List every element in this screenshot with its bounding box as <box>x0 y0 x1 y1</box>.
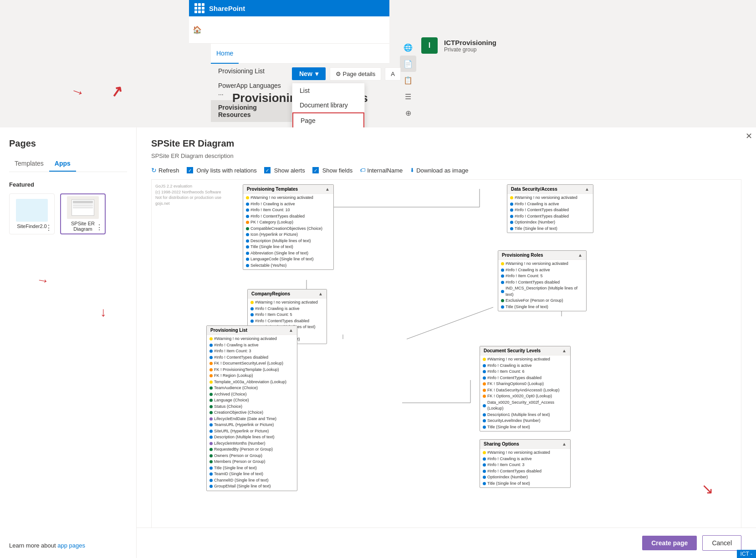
arrow1: → <box>68 82 87 101</box>
app-pages-link[interactable]: app pages <box>57 542 85 549</box>
dropdown-list[interactable]: List <box>292 83 364 98</box>
site-type: Private group <box>444 46 496 53</box>
site-header: 🏠 🌐 📄 📋 ☰ ⊕ I ICTProvisioning Private gr… <box>189 16 389 44</box>
modal-panel: ✕ Pages Templates Apps → Featured ↓ Site… <box>0 127 756 558</box>
er-box-data-security: Data Security/Access ▲ #Warning ! no ver… <box>507 184 593 233</box>
new-button[interactable]: New ▾ <box>292 67 326 80</box>
diagram-area[interactable]: GoJS 2.2 evaluation(c) 1998-2022 Northwo… <box>151 179 741 534</box>
show-fields-button[interactable]: Show fields <box>312 167 352 174</box>
show-alerts-checkbox[interactable] <box>264 167 271 173</box>
refresh-button[interactable]: ↻ Refresh <box>151 167 179 174</box>
modal-card-spsite[interactable]: SPSite ER Diagram ⋮ <box>60 193 106 234</box>
card-spsite-more[interactable]: ⋮ <box>96 223 103 232</box>
create-page-button[interactable]: Create page <box>642 536 697 550</box>
modal-learn: Learn more about app pages <box>9 542 85 549</box>
svg-line-10 <box>407 307 493 339</box>
sidebar-globe-icon[interactable]: 🌐 <box>400 39 416 56</box>
leftnav-provisioning-list[interactable]: Provisioning List <box>211 64 293 78</box>
sidebar-add-icon[interactable]: ⊕ <box>400 105 416 121</box>
auto-button[interactable]: A <box>385 67 401 81</box>
diagram-watermark: GoJS 2.2 evaluation(c) 1998-2022 Northwo… <box>155 183 221 206</box>
only-lists-checkbox[interactable] <box>187 167 193 173</box>
pt-header: Provisioning Templates <box>247 187 298 192</box>
dropdown-page[interactable]: Page <box>292 112 364 129</box>
pl-body: #Warning ! no versioning activated #Info… <box>207 335 297 491</box>
pr-body: #Warning ! no versioning activated #Info… <box>498 260 586 311</box>
nav-home[interactable]: Home <box>211 44 239 64</box>
er-box-provisioning-roles: Provisioning Roles ▲ #Warning ! no versi… <box>498 250 587 311</box>
arrow-create: ↘ <box>701 480 714 497</box>
modal-right-content: SPSite ER Diagram SPSite ER Diagram desc… <box>137 127 756 558</box>
sp-topbar: SharePoint <box>189 0 389 16</box>
download-button[interactable]: ⬇ Download as image <box>410 167 468 174</box>
sidebar-home-icon[interactable]: 🏠 <box>189 22 205 38</box>
cancel-button[interactable]: Cancel <box>702 535 741 551</box>
er-box-sharing-options: Sharing Options ▲ #Warning ! no versioni… <box>480 439 571 488</box>
download-icon: ⬇ <box>410 167 414 173</box>
sidebar-list-icon[interactable]: ☰ <box>400 88 416 105</box>
modal-tabs: Templates Apps <box>9 156 127 172</box>
show-alerts-button[interactable]: Show alerts <box>264 167 305 174</box>
waffle-icon[interactable] <box>194 3 204 13</box>
card-sitefinder-more[interactable]: ⋮ <box>45 223 52 232</box>
arrow-card: ↓ <box>100 305 107 320</box>
content-title: SPSite ER Diagram <box>151 138 741 149</box>
corner-label: ICT - <box>737 550 756 558</box>
modal-title: Pages <box>9 138 127 149</box>
pr-header: Provisioning Roles <box>502 253 543 258</box>
er-box-document-security: Document Security Levels ▲ #Warning ! no… <box>480 346 571 431</box>
new-button-wrapper: New ▾ List Document library Page Space <box>292 67 326 80</box>
ds-body: #Warning ! no versioning activated #Info… <box>507 194 593 233</box>
pl-header: Provisioning List <box>210 328 247 333</box>
site-name: ICTProvisioning <box>444 39 496 46</box>
modal-left-sidebar: Pages Templates Apps → Featured ↓ SiteFi… <box>0 127 137 558</box>
pt-body: #Warning ! no versioning activated #Info… <box>243 194 333 269</box>
refresh-icon: ↻ <box>151 167 157 174</box>
er-box-provisioning-templates: Provisioning Templates ▲ #Warning ! no v… <box>243 184 334 270</box>
arrow2: ↗ <box>109 83 124 100</box>
page-details-button[interactable]: ⚙ Page details <box>330 67 381 81</box>
site-logo: I <box>421 37 438 54</box>
modal-close-button[interactable]: ✕ <box>746 131 752 141</box>
sp-navbar: Home <box>211 44 389 64</box>
so-body: #Warning ! no versioning activated #Info… <box>480 449 570 487</box>
ds-header: Data Security/Access <box>511 187 557 192</box>
sidebar-pages-icon[interactable]: 📄 <box>400 56 416 72</box>
sidebar-doc-icon[interactable]: 📋 <box>400 72 416 88</box>
tab-apps[interactable]: Apps <box>49 156 76 172</box>
er-box-provisioning-list: Provisioning List ▲ #Warning ! no versio… <box>206 325 297 491</box>
cr-header: CompanyRegions <box>251 291 290 296</box>
app-title: SharePoint <box>209 5 245 12</box>
docsl-header: Document Security Levels <box>484 348 541 353</box>
internal-name-icon: 🏷 <box>360 167 365 173</box>
arrow-apps: → <box>35 272 50 289</box>
featured-label: Featured <box>9 181 127 188</box>
so-header: Sharing Options <box>484 441 519 446</box>
internal-name-button[interactable]: 🏷 InternalName <box>360 167 403 174</box>
diagram-toolbar: ↻ Refresh Only lists with relations Show… <box>151 167 741 174</box>
tab-templates[interactable]: Templates <box>9 156 49 172</box>
show-fields-checkbox[interactable] <box>312 167 319 173</box>
dropdown-doc-library[interactable]: Document library <box>292 98 364 112</box>
modal-footer: Create page Cancel <box>137 528 756 558</box>
card-sitefinder-label: SiteFinder2.0 <box>17 223 46 229</box>
docsl-body: #Warning ! no versioning activated #Info… <box>480 355 570 431</box>
modal-card-sitefinder[interactable]: SiteFinder2.0 ⋮ <box>9 193 55 234</box>
content-desc: SPSite ER Diagram description <box>151 152 741 159</box>
only-lists-button[interactable]: Only lists with relations <box>187 167 257 174</box>
modal-cards: SiteFinder2.0 ⋮ SPSite ER Diagram ⋮ <box>9 193 127 234</box>
